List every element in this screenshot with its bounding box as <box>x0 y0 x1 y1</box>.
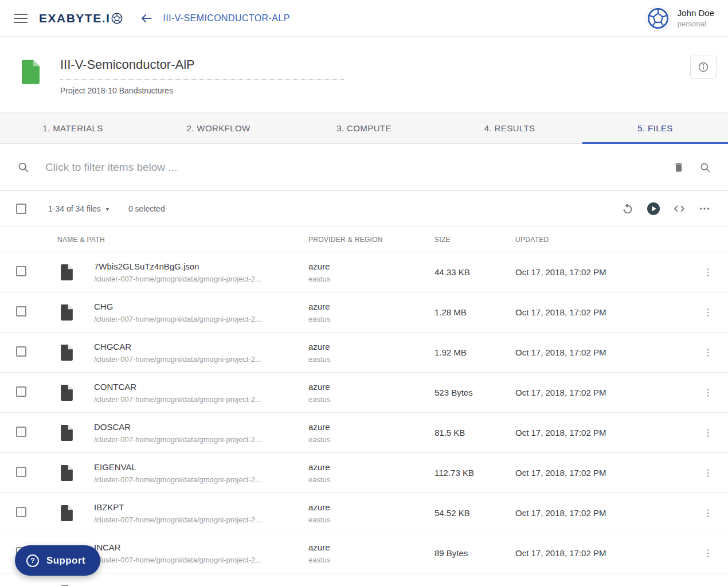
table-row[interactable]: 7Wbis2GLSuTz4nBgG.json /cluster-007-home… <box>0 252 728 292</box>
name-path-cell: INCAR /cluster-007-home/gmogni/data/gmog… <box>85 542 308 564</box>
hamburger-menu-icon[interactable] <box>14 14 28 23</box>
file-name: IBZKPT <box>94 502 308 512</box>
user-account: personal <box>678 19 714 28</box>
provider: azure <box>308 342 435 351</box>
info-button[interactable] <box>690 56 717 79</box>
row-checkbox[interactable] <box>16 346 26 357</box>
column-header-size[interactable]: SIZE <box>435 236 515 244</box>
provider: azure <box>308 462 435 472</box>
provider: azure <box>308 261 435 271</box>
table-row[interactable]: CHGCAR /cluster-007-home/gmogni/data/gmo… <box>0 333 728 373</box>
run-button[interactable] <box>647 202 660 216</box>
table-row[interactable]: CONTCAR /cluster-007-home/gmogni/data/gm… <box>0 373 728 413</box>
provider-region-cell: azure eastus <box>308 382 435 404</box>
more-vert-icon <box>702 307 714 318</box>
tab-1-materials[interactable]: 1. MATERIALS <box>0 112 146 143</box>
row-checkbox[interactable] <box>16 467 26 477</box>
select-all-checkbox[interactable] <box>16 204 26 214</box>
row-menu-button[interactable] <box>702 267 714 278</box>
breadcrumb[interactable]: III-V-SEMICONDUCTOR-ALP <box>163 13 289 24</box>
row-menu-button[interactable] <box>702 307 714 318</box>
row-checkbox[interactable] <box>16 507 26 517</box>
column-header-name-path[interactable]: NAME & PATH <box>48 236 308 244</box>
delete-button[interactable] <box>673 162 684 173</box>
row-menu-button[interactable] <box>702 548 714 559</box>
provider-region-cell: azure eastus <box>308 542 435 564</box>
filter-search-icon <box>17 161 29 173</box>
search-button[interactable] <box>699 162 711 173</box>
code-button[interactable] <box>673 202 686 215</box>
support-label: Support <box>46 555 85 567</box>
row-checkbox-cell <box>0 467 48 479</box>
more-button[interactable] <box>698 202 711 215</box>
table-row[interactable]: INCAR /cluster-007-home/gmogni/data/gmog… <box>0 533 728 573</box>
user-info[interactable]: John Doe personal <box>678 8 719 28</box>
file-path: /cluster-007-home/gmogni/data/gmogni-pro… <box>94 435 308 444</box>
code-icon <box>673 202 686 215</box>
pagination-label: 1-34 of 34 files <box>48 204 101 213</box>
avatar-ball-icon <box>647 7 669 29</box>
file-updated: Oct 17, 2018, 17:02 PM <box>515 548 688 558</box>
file-size: 81.5 KB <box>435 428 515 437</box>
table-row[interactable]: DOSCAR /cluster-007-home/gmogni/data/gmo… <box>0 413 728 453</box>
tab-5-files[interactable]: 5. FILES <box>582 112 728 143</box>
table-row[interactable]: CHG /cluster-007-home/gmogni/data/gmogni… <box>0 292 728 333</box>
region: eastus <box>308 395 435 404</box>
table-header: NAME & PATH PROVIDER & REGION SIZE UPDAT… <box>0 226 728 252</box>
file-size: 54.52 KB <box>435 508 515 518</box>
row-checkbox[interactable] <box>16 266 26 276</box>
logo-ball-icon <box>111 13 123 24</box>
column-header-updated[interactable]: UPDATED <box>515 236 688 244</box>
tab-2-workflow[interactable]: 2. WORKFLOW <box>146 112 291 143</box>
support-button[interactable]: ? Support <box>15 545 100 576</box>
file-size: 112.73 KB <box>435 468 515 478</box>
more-vert-icon <box>702 548 714 559</box>
row-checkbox-cell <box>0 306 48 319</box>
search-icon <box>699 162 711 173</box>
row-menu-button[interactable] <box>702 387 714 399</box>
provider: azure <box>308 382 435 392</box>
entity-header: III-V-Semiconductor-AlP Project 2018-10 … <box>0 37 728 112</box>
table-row[interactable]: KPOINTS <box>0 573 728 586</box>
row-checkbox[interactable] <box>16 386 26 397</box>
row-icon-cell <box>48 424 85 442</box>
file-path: /cluster-007-home/gmogni/data/gmogni-pro… <box>94 515 308 524</box>
provider-region-cell: azure eastus <box>308 302 435 323</box>
table-row[interactable]: EIGENVAL /cluster-007-home/gmogni/data/g… <box>0 453 728 493</box>
row-menu-cell <box>688 507 728 519</box>
file-size: 89 Bytes <box>435 548 515 558</box>
trash-icon <box>673 162 684 173</box>
file-updated: Oct 17, 2018, 17:02 PM <box>515 468 688 478</box>
tab-4-results[interactable]: 4. RESULTS <box>437 112 582 143</box>
top-navbar: EXABYTE.I III-V-SEMICONDUCTOR-ALP <box>0 0 728 37</box>
region: eastus <box>308 556 435 564</box>
row-menu-button[interactable] <box>702 427 714 439</box>
info-icon <box>698 61 709 73</box>
provider-region-cell: azure eastus <box>308 502 435 524</box>
user-avatar[interactable] <box>645 6 671 31</box>
row-menu-button[interactable] <box>702 467 714 479</box>
project-file-icon <box>21 59 40 85</box>
row-checkbox[interactable] <box>16 427 26 437</box>
refresh-button[interactable] <box>621 202 634 215</box>
row-icon-cell <box>48 264 85 281</box>
column-header-provider-region[interactable]: PROVIDER & REGION <box>308 236 435 244</box>
tab-3-compute[interactable]: 3. COMPUTE <box>291 112 437 143</box>
table-row[interactable]: IBZKPT /cluster-007-home/gmogni/data/gmo… <box>0 493 728 533</box>
provider-region-cell: azure eastus <box>308 422 435 444</box>
back-arrow-icon[interactable] <box>140 12 152 25</box>
file-name: EIGENVAL <box>94 462 308 472</box>
row-menu-button[interactable] <box>702 347 714 358</box>
row-menu-button[interactable] <box>702 507 714 519</box>
file-updated: Oct 17, 2018, 17:02 PM <box>515 508 688 518</box>
region: eastus <box>308 475 435 484</box>
list-toolbar: 1-34 of 34 files ▾ 0 selected <box>0 191 728 226</box>
row-menu-cell <box>688 267 728 278</box>
pagination-dropdown[interactable]: 1-34 of 34 files ▾ <box>48 204 109 213</box>
filter-input[interactable] <box>45 161 662 174</box>
region: eastus <box>308 275 435 283</box>
logo[interactable]: EXABYTE.I <box>39 11 123 25</box>
file-updated: Oct 17, 2018, 17:02 PM <box>515 428 688 437</box>
row-menu-cell <box>688 347 728 358</box>
row-checkbox[interactable] <box>16 306 26 317</box>
